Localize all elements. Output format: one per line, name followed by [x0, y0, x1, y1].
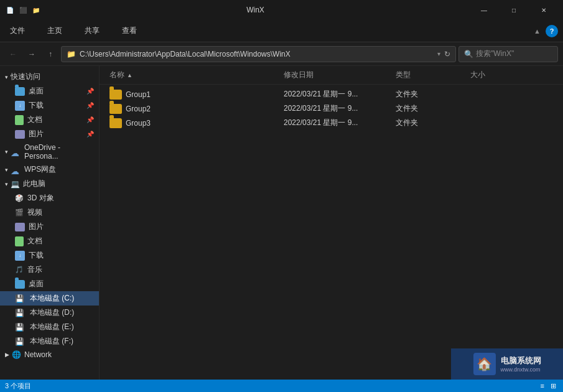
close-button[interactable]: ✕: [529, 0, 558, 20]
pictures2-label: 图片: [29, 222, 44, 232]
documents-icon: [15, 115, 24, 125]
sidebar-item-documents2[interactable]: 文档: [0, 234, 99, 248]
sidebar-item-desktop2[interactable]: 桌面: [0, 277, 99, 291]
help-button[interactable]: ?: [546, 25, 558, 37]
ribbon-expand-icon[interactable]: ▲: [534, 27, 541, 35]
search-icon: 🔍: [464, 50, 473, 58]
pictures-icon: [15, 130, 25, 139]
statusbar: 3 个项目 ≡ ⊞: [0, 380, 563, 392]
pin-icon: 📌: [86, 88, 94, 95]
sidebar-item-localf[interactable]: 💾 本地磁盘 (F:): [0, 334, 99, 348]
sidebar-item-videos[interactable]: 🎬 视频: [0, 205, 99, 220]
file-date-1: 2022/03/21 星期一 9...: [284, 103, 396, 114]
file-content: 名称 ▲ 修改日期 类型 大小 Group1 2022/03/21 星期一 9.…: [100, 66, 563, 380]
title-icons: 📄 ⬛ 📁: [5, 5, 41, 15]
sort-arrow-icon: ▲: [127, 72, 133, 78]
sidebar-section-thispc[interactable]: ▾ 💻 此电脑: [0, 177, 99, 191]
ribbon-tab-home[interactable]: 主页: [42, 23, 67, 39]
up-button[interactable]: ↑: [42, 46, 58, 62]
col-header-type[interactable]: 类型: [396, 68, 470, 82]
app-icon-1: 📄: [5, 5, 15, 15]
network-icon: 🌐: [12, 350, 22, 359]
table-row[interactable]: Group3 2022/03/21 星期一 9... 文件夹: [100, 116, 563, 130]
onedrive-label: OneDrive - Persona...: [24, 143, 94, 161]
sidebar-item-localc[interactable]: 💾 本地磁盘 (C:): [0, 291, 99, 306]
titlebar: 📄 ⬛ 📁 WinX — □ ✕: [0, 0, 563, 20]
sidebar-item-locale[interactable]: 💾 本地磁盘 (E:): [0, 320, 99, 334]
search-placeholder: 搜索"WinX": [476, 49, 514, 59]
documents2-icon: [15, 236, 24, 246]
col-header-name[interactable]: 名称 ▲: [109, 68, 284, 82]
quickaccess-chevron: ▾: [5, 74, 8, 80]
sidebar-item-locald[interactable]: 💾 本地磁盘 (D:): [0, 306, 99, 320]
file-name-1: Group2: [126, 105, 284, 113]
sidebar: ▾ 快速访问 桌面 📌 ↓ 下载 📌 文档 📌 图片 📌 ▾ ☁ OneDriv…: [0, 66, 100, 380]
ribbon-tab-share[interactable]: 共享: [80, 23, 105, 39]
localc-icon: 💾: [15, 294, 26, 303]
documents-label: 文档: [27, 114, 42, 125]
downloads2-label: 下载: [29, 250, 44, 261]
table-row[interactable]: Group2 2022/03/21 星期一 9... 文件夹: [100, 101, 563, 116]
col-header-size[interactable]: 大小: [470, 68, 520, 82]
videos-label: 视频: [27, 207, 42, 218]
sidebar-item-music[interactable]: 🎵 音乐: [0, 263, 99, 277]
sidebar-item-pictures[interactable]: 图片 📌: [0, 127, 99, 141]
sidebar-section-quickaccess[interactable]: ▾ 快速访问: [0, 70, 99, 84]
statusbar-text: 3 个项目: [5, 381, 31, 391]
file-date-0: 2022/03/21 星期一 9...: [284, 89, 396, 100]
address-path: C:\Users\Administrator\AppData\Local\Mic…: [80, 50, 434, 58]
back-button[interactable]: ←: [5, 46, 21, 62]
minimize-button[interactable]: —: [470, 0, 498, 20]
network-chevron: ▶: [5, 352, 9, 358]
file-date-2: 2022/03/21 星期一 9...: [284, 118, 396, 128]
toolbar: ← → ↑ 📁 C:\Users\Administrator\AppData\L…: [0, 42, 563, 66]
view-list-icon[interactable]: ≡: [539, 382, 546, 390]
wps-chevron: ▾: [5, 167, 8, 173]
watermark-icon: 🏠: [473, 353, 496, 375]
sidebar-item-downloads[interactable]: ↓ 下载 📌: [0, 98, 99, 113]
music-icon: 🎵: [15, 266, 24, 274]
forward-icon: →: [28, 50, 35, 58]
thispc-chevron: ▾: [5, 181, 8, 187]
forward-button[interactable]: →: [24, 46, 40, 62]
objects3d-label: 3D 对象: [27, 193, 54, 203]
file-type-2: 文件夹: [396, 118, 470, 128]
watermark: 🏠 电脑系统网 www.dnxtw.com: [451, 348, 563, 380]
3d-icon: 🎲: [15, 194, 24, 202]
sidebar-item-3d[interactable]: 🎲 3D 对象: [0, 191, 99, 205]
downloads-label: 下载: [29, 100, 44, 111]
wps-icon: ☁: [11, 166, 22, 174]
documents2-label: 文档: [27, 236, 42, 246]
maximize-button[interactable]: □: [500, 0, 528, 20]
onedrive-icon: ☁: [11, 148, 22, 156]
file-type-0: 文件夹: [396, 89, 470, 100]
sidebar-item-documents[interactable]: 文档 📌: [0, 113, 99, 127]
ribbon-tab-file[interactable]: 文件: [5, 23, 30, 39]
sidebar-item-downloads2[interactable]: ↓ 下载: [0, 248, 99, 263]
refresh-button[interactable]: ↻: [444, 50, 450, 58]
up-icon: ↑: [49, 50, 52, 58]
view-grid-icon[interactable]: ⊞: [549, 382, 558, 390]
address-bar[interactable]: 📁 C:\Users\Administrator\AppData\Local\M…: [61, 46, 456, 62]
ribbon: 文件 主页 共享 查看 ▲ ?: [0, 20, 563, 42]
sidebar-item-pictures2[interactable]: 图片: [0, 220, 99, 234]
sidebar-section-wps[interactable]: ▾ ☁ WPS网盘: [0, 162, 99, 177]
app-icon-2: ⬛: [18, 5, 28, 15]
main-area: ▾ 快速访问 桌面 📌 ↓ 下载 📌 文档 📌 图片 📌 ▾ ☁ OneDriv…: [0, 66, 563, 380]
wps-label: WPS网盘: [24, 164, 56, 175]
onedrive-chevron: ▾: [5, 149, 8, 155]
sidebar-section-onedrive[interactable]: ▾ ☁ OneDrive - Persona...: [0, 141, 99, 162]
desktop2-icon: [15, 280, 25, 289]
window-title: WinX: [45, 6, 466, 14]
pin-icon-2: 📌: [86, 102, 94, 109]
table-row[interactable]: Group1 2022/03/21 星期一 9... 文件夹: [100, 87, 563, 101]
ribbon-tab-view[interactable]: 查看: [117, 23, 142, 39]
pin-icon-4: 📌: [86, 131, 94, 138]
col-header-date[interactable]: 修改日期: [284, 68, 396, 82]
downloads2-icon: ↓: [15, 251, 25, 261]
sidebar-item-desktop[interactable]: 桌面 📌: [0, 84, 99, 98]
pictures2-icon: [15, 223, 25, 231]
file-list: Group1 2022/03/21 星期一 9... 文件夹 Group2 20…: [100, 85, 563, 133]
search-box[interactable]: 🔍 搜索"WinX": [458, 46, 558, 62]
sidebar-section-network[interactable]: ▶ 🌐 Network: [0, 348, 99, 361]
